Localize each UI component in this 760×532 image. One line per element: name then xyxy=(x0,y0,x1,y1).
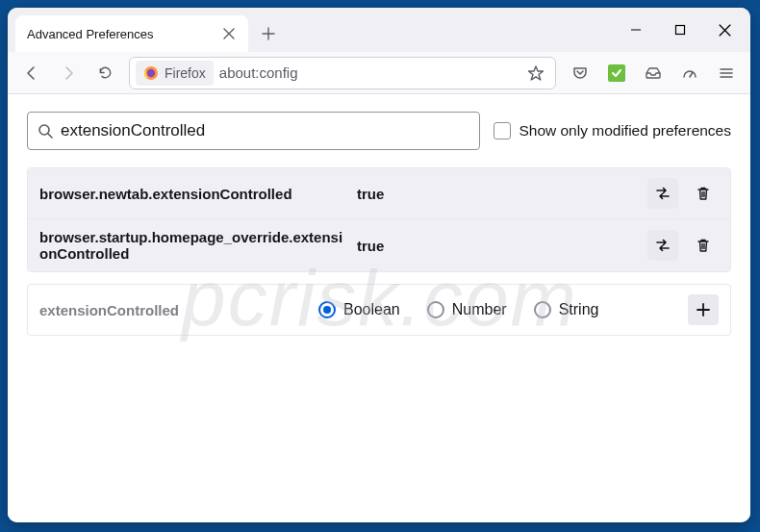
delete-button[interactable] xyxy=(688,230,719,261)
pref-row[interactable]: browser.startup.homepage_override.extens… xyxy=(28,219,730,271)
radio-boolean[interactable]: Boolean xyxy=(318,301,400,318)
menu-icon[interactable] xyxy=(710,57,743,89)
pocket-icon[interactable] xyxy=(564,57,596,89)
close-icon[interactable] xyxy=(221,26,237,41)
search-icon xyxy=(38,123,53,139)
checkbox-icon xyxy=(494,122,511,139)
pref-actions xyxy=(647,230,719,261)
about-config-content: Show only modified preferences browser.n… xyxy=(8,94,750,522)
forward-button[interactable] xyxy=(52,57,85,89)
bookmark-star-icon[interactable] xyxy=(522,60,549,87)
pref-name: browser.startup.homepage_override.extens… xyxy=(39,229,357,262)
new-tab-button[interactable] xyxy=(254,19,283,48)
svg-point-2 xyxy=(147,68,155,76)
add-button[interactable] xyxy=(688,294,719,325)
browser-window: Advanced Preferences xyxy=(8,8,750,522)
radio-label: String xyxy=(559,301,599,318)
preferences-list: browser.newtab.extensionControlled true … xyxy=(27,167,731,272)
pref-name: browser.newtab.extensionControlled xyxy=(39,186,357,202)
pref-row[interactable]: browser.newtab.extensionControlled true xyxy=(28,168,730,219)
nav-toolbar: Firefox xyxy=(8,52,750,94)
maximize-button[interactable] xyxy=(658,8,702,52)
firefox-icon xyxy=(143,65,159,81)
tabs-area: Advanced Preferences xyxy=(15,8,614,52)
search-box[interactable] xyxy=(27,112,480,150)
show-only-modified-label: Show only modified preferences xyxy=(519,122,731,139)
delete-button[interactable] xyxy=(688,178,719,209)
radio-label: Boolean xyxy=(343,301,400,318)
svg-rect-0 xyxy=(676,26,685,35)
radio-string[interactable]: String xyxy=(534,301,599,318)
new-pref-name: extensionControlled xyxy=(39,302,318,318)
minimize-button[interactable] xyxy=(614,8,658,52)
pref-actions xyxy=(647,178,719,209)
show-only-modified-checkbox[interactable]: Show only modified preferences xyxy=(494,122,731,139)
inbox-icon[interactable] xyxy=(637,57,670,89)
pref-value: true xyxy=(357,238,647,254)
titlebar: Advanced Preferences xyxy=(8,8,750,52)
pref-value: true xyxy=(357,186,647,202)
back-button[interactable] xyxy=(15,57,48,89)
gauge-icon[interactable] xyxy=(673,57,706,89)
radio-icon xyxy=(427,301,444,318)
search-input[interactable] xyxy=(61,121,469,140)
type-radios: Boolean Number String xyxy=(318,301,688,318)
radio-label: Number xyxy=(452,301,507,318)
reload-button[interactable] xyxy=(89,57,121,89)
url-input[interactable] xyxy=(219,64,517,81)
tab-title: Advanced Preferences xyxy=(27,27,221,41)
search-row: Show only modified preferences xyxy=(27,112,731,150)
identity-box[interactable]: Firefox xyxy=(136,61,214,86)
close-window-button[interactable] xyxy=(702,8,747,52)
radio-icon xyxy=(318,301,336,318)
toggle-button[interactable] xyxy=(647,178,678,209)
identity-label: Firefox xyxy=(165,65,206,81)
radio-number[interactable]: Number xyxy=(427,301,507,318)
new-pref-row: extensionControlled Boolean Number Strin… xyxy=(27,284,731,336)
toggle-button[interactable] xyxy=(647,230,678,261)
window-controls xyxy=(614,8,750,52)
radio-icon xyxy=(534,301,551,318)
url-bar[interactable]: Firefox xyxy=(129,57,556,89)
extension-icon[interactable] xyxy=(600,57,633,89)
tab-advanced-prefs[interactable]: Advanced Preferences xyxy=(15,15,248,52)
